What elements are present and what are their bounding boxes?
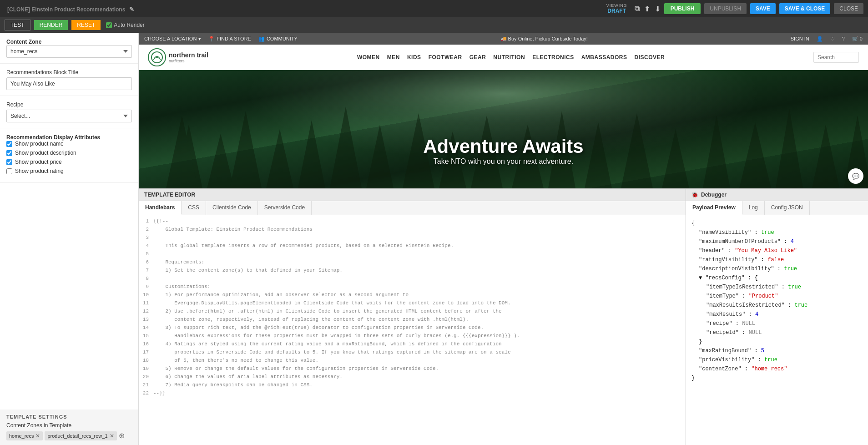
wishlist-icon[interactable]: ♡: [830, 36, 835, 42]
hero-text: Adventure Awaits Take NTO with you on yo…: [423, 136, 583, 166]
tag-product-detail-close[interactable]: ✕: [110, 433, 114, 439]
line-number: 5: [139, 250, 153, 258]
save-button[interactable]: SAVE: [750, 3, 776, 14]
chat-button[interactable]: 💬: [848, 168, 863, 184]
debugger-header: 🐞 Debugger: [686, 189, 868, 201]
json-line: "recipeId" : NULL: [691, 328, 863, 337]
publish-button[interactable]: PUBLISH: [664, 3, 701, 14]
code-line: 21 7) Media query breakpoints can be cha…: [139, 381, 686, 389]
show-product-price-checkbox[interactable]: [6, 159, 12, 165]
community-icon: 👥: [258, 36, 265, 42]
line-number: 2: [139, 225, 153, 233]
json-close-brace: }: [691, 374, 863, 383]
sign-in[interactable]: SIGN IN: [791, 36, 809, 41]
tag-home-recs-label: home_recs: [9, 433, 34, 439]
nav-footwear[interactable]: FOOTWEAR: [429, 54, 462, 61]
help-icon[interactable]: ?: [842, 36, 845, 41]
tab-serverside-code[interactable]: Serverside Code: [258, 201, 312, 215]
nav-ambassadors[interactable]: AMBASSADORS: [581, 54, 627, 61]
edit-icon[interactable]: ✎: [129, 6, 134, 13]
json-toggle[interactable]: ▼: [699, 275, 702, 281]
upload-icon[interactable]: ⬆: [644, 5, 650, 13]
show-product-name-checkbox[interactable]: [6, 141, 12, 147]
logo-sub-text: outfitters: [169, 59, 208, 63]
draft-label: DRAFT: [607, 8, 626, 14]
line-content: Handlebars expressions for these propert…: [153, 332, 520, 340]
render-button[interactable]: RENDER: [34, 20, 68, 30]
choose-location-text: CHOOSE A LOCATION: [144, 36, 197, 41]
show-product-rating-checkbox[interactable]: [6, 168, 12, 174]
unpublish-button[interactable]: UNPUBLISH: [704, 3, 747, 14]
line-number: 18: [139, 356, 153, 364]
nav-nutrition[interactable]: NUTRITION: [493, 54, 525, 61]
json-line: "itemType" : "Product": [691, 292, 863, 301]
chevron-down-icon: ▾: [198, 36, 201, 42]
close-button[interactable]: CLOSE: [834, 3, 863, 14]
line-number: 10: [139, 291, 153, 299]
choose-location[interactable]: CHOOSE A LOCATION ▾: [144, 36, 201, 42]
show-product-rating-row: Show product rating: [6, 168, 132, 174]
code-line: 18 of 5, then there's no need to change …: [139, 356, 686, 364]
auto-render-checkbox[interactable]: [106, 22, 112, 28]
download-icon[interactable]: ⬇: [655, 5, 661, 13]
show-product-description-checkbox[interactable]: [6, 150, 12, 156]
nav-electronics[interactable]: ELECTRONICS: [532, 54, 574, 61]
search-input[interactable]: [813, 52, 859, 63]
nav-kids[interactable]: KIDS: [407, 54, 421, 61]
tab-handlebars[interactable]: Handlebars: [139, 201, 182, 215]
line-content: 4) Ratings are styled using the current …: [153, 340, 502, 348]
tab-log[interactable]: Log: [742, 201, 765, 215]
line-number: 13: [139, 315, 153, 324]
line-content: 1) For performance optimization, add an …: [153, 291, 409, 299]
copy-icon[interactable]: ⧉: [635, 5, 640, 13]
nav-women[interactable]: WOMEN: [357, 54, 380, 61]
line-content: Requirements:: [153, 258, 204, 266]
line-content: {{!--: [153, 217, 168, 225]
tab-css[interactable]: CSS: [182, 201, 206, 215]
line-content: Customizations:: [153, 283, 210, 291]
recipe-label: Recipe: [6, 101, 132, 108]
json-line: "header" : "You May Also Like": [691, 246, 863, 255]
reset-button[interactable]: RESET: [71, 20, 101, 30]
show-product-price-label: Show product price: [15, 159, 62, 165]
code-line: 13 content zone, respectively, instead o…: [139, 315, 686, 324]
display-attrs-section: Recommendation Display Attributes Show p…: [0, 128, 138, 183]
tab-config-json[interactable]: Config JSON: [765, 201, 810, 215]
line-content: 6) Change the values of aria-label attri…: [153, 373, 343, 381]
main-layout: Content Zone home_recs Recommendations B…: [0, 33, 868, 445]
recs-block-title-label: Recommendations Block Title: [6, 69, 132, 76]
auto-render-label: Auto Render: [106, 22, 144, 28]
json-line: "maximumNumberOfProducts" : 4: [691, 237, 863, 246]
cart-icon[interactable]: 🛒 0: [852, 36, 863, 42]
tag-home-recs-close[interactable]: ✕: [35, 433, 40, 439]
recipe-select[interactable]: Select...: [6, 110, 132, 122]
community[interactable]: 👥 COMMUNITY: [258, 36, 298, 42]
line-content: --}}: [153, 389, 165, 397]
line-number: 17: [139, 348, 153, 356]
test-button[interactable]: TEST: [5, 20, 30, 30]
recs-block-title-input[interactable]: [6, 77, 132, 90]
bug-icon: 🐞: [691, 192, 698, 198]
second-toolbar: TEST RENDER RESET Auto Render: [0, 17, 868, 33]
code-editor[interactable]: 1{{!--2 Global Template: Einstein Produc…: [139, 215, 686, 445]
content-zone-select[interactable]: home_recs: [6, 45, 132, 58]
line-number: 19: [139, 364, 153, 373]
json-line: "maxRatingBound" : 5: [691, 346, 863, 355]
line-number: 12: [139, 307, 153, 315]
show-product-price-row: Show product price: [6, 159, 132, 165]
nav-men[interactable]: MEN: [387, 54, 400, 61]
content-zone-label: Content Zone: [6, 39, 41, 45]
tab-clientside-code[interactable]: Clientside Code: [206, 201, 258, 215]
user-icon[interactable]: 👤: [817, 36, 823, 42]
json-line: "priceVisibility" : true: [691, 355, 863, 364]
nav-gear[interactable]: GEAR: [469, 54, 486, 61]
add-tag-button[interactable]: ⊕: [119, 431, 125, 440]
tab-payload-preview[interactable]: Payload Preview: [686, 201, 742, 215]
tag-product-detail: product_detail_recs_row_1 ✕: [45, 431, 116, 440]
find-store[interactable]: 📍 FIND A STORE: [208, 36, 251, 42]
nav-discover[interactable]: DISCOVER: [634, 54, 665, 61]
save-close-button[interactable]: SAVE & CLOSE: [779, 3, 830, 14]
line-content: properties in Serverside Code and defaul…: [153, 348, 511, 356]
bottom-pane: TEMPLATE EDITOR Handlebars CSS Clientsid…: [139, 188, 868, 445]
template-editor-header: TEMPLATE EDITOR: [139, 189, 686, 201]
